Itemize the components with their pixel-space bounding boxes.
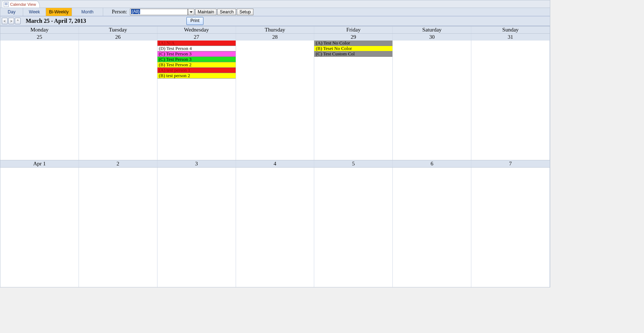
person-dropdown-button[interactable]: [188, 9, 194, 15]
day-cell-26[interactable]: [79, 41, 157, 160]
dow-mon: Monday: [0, 26, 79, 33]
dow-fri: Friday: [314, 26, 393, 33]
dow-sun: Sunday: [471, 26, 550, 33]
maintain-button[interactable]: Maintain: [195, 9, 216, 15]
dow-tue: Tuesday: [79, 26, 157, 33]
week2-date-3: 4: [236, 160, 315, 167]
nav-up-button[interactable]: ^: [15, 18, 21, 24]
week2-body: [0, 168, 550, 287]
print-button[interactable]: Print: [186, 17, 203, 25]
toolbar-views: Day Week Bi-Weekly Month Person: (All) M…: [0, 8, 550, 16]
dow-header-row: Monday Tuesday Wednesday Thursday Friday…: [0, 26, 550, 33]
view-biweekly-button[interactable]: Bi-Weekly: [46, 8, 72, 16]
day-cell-apr5[interactable]: [314, 168, 393, 287]
form-icon: [4, 2, 9, 7]
calendar-event[interactable]: (B) Test Person 2: [157, 62, 236, 68]
calendar-event[interactable]: (C) Test Custom Col: [314, 51, 392, 57]
dow-thu: Thursday: [236, 26, 315, 33]
date-range-label: March 25 - April 7, 2013: [26, 18, 86, 24]
week1-date-6: 31: [471, 34, 550, 41]
week2-date-6: 7: [471, 160, 550, 167]
day-cell-apr6[interactable]: [393, 168, 471, 287]
dow-wed: Wednesday: [157, 26, 236, 33]
week1-date-row: 25 26 27 28 29 30 31: [0, 33, 550, 41]
day-cell-apr2[interactable]: [79, 168, 157, 287]
week1-date-2: 27: [157, 34, 236, 41]
tab-label: Calendar View: [10, 1, 36, 8]
day-cell-30[interactable]: [393, 41, 471, 160]
day-cell-apr1[interactable]: [0, 168, 79, 287]
person-value: (All): [131, 9, 140, 14]
week1-body: (A) N/A(D) Test Person 4(C) Test Person …: [0, 41, 550, 160]
calendar-event[interactable]: (C) Test Person 3: [157, 51, 236, 57]
day-cell-apr7[interactable]: [471, 168, 550, 287]
week2-date-4: 5: [314, 160, 393, 167]
week1-date-5: 30: [393, 34, 471, 41]
calendar-event[interactable]: (B) test person 2: [157, 73, 236, 79]
calendar-event[interactable]: (D) Test Person 4: [157, 46, 236, 51]
calendar-event[interactable]: (C) Test Person 3: [157, 57, 236, 62]
nav-prev-button[interactable]: <: [2, 18, 8, 24]
calendar-event[interactable]: (A) N/A: [157, 41, 236, 46]
day-cell-27[interactable]: (A) N/A(D) Test Person 4(C) Test Person …: [157, 41, 236, 160]
tabstrip: Calendar View: [0, 0, 550, 8]
week1-date-3: 28: [236, 34, 315, 41]
day-cell-28[interactable]: [236, 41, 315, 160]
setup-button[interactable]: Setup: [237, 9, 253, 15]
day-cell-25[interactable]: [0, 41, 79, 160]
day-cell-apr3[interactable]: [157, 168, 236, 287]
events-27: (A) N/A(D) Test Person 4(C) Test Person …: [157, 41, 236, 79]
nav-next-button[interactable]: >: [8, 18, 14, 24]
person-combobox[interactable]: (All): [130, 9, 188, 15]
view-day-button[interactable]: Day: [0, 8, 23, 16]
week2-date-5: 6: [393, 160, 471, 167]
week1-date-1: 26: [79, 34, 157, 41]
dow-sat: Saturday: [393, 26, 471, 33]
day-cell-apr4[interactable]: [236, 168, 315, 287]
tab-calendar-view[interactable]: Calendar View: [2, 1, 40, 8]
calendar-event[interactable]: (A) Test No Color: [314, 41, 392, 46]
day-cell-29[interactable]: (A) Test No Color(B) Teset No Color(C) T…: [314, 41, 393, 160]
search-button[interactable]: Search: [217, 9, 236, 15]
week2-date-0: Apr 1: [0, 160, 79, 167]
week2-date-2: 3: [157, 160, 236, 167]
day-cell-31[interactable]: [471, 41, 550, 160]
view-month-button[interactable]: Month: [72, 8, 103, 16]
view-week-button[interactable]: Week: [23, 8, 46, 16]
calendar-event[interactable]: (A) test person 1: [157, 68, 236, 73]
action-buttons: Maintain Search Setup: [195, 8, 253, 16]
events-29: (A) Test No Color(B) Teset No Color(C) T…: [314, 41, 392, 57]
week1-date-0: 25: [0, 34, 79, 41]
week2-date-row: Apr 1 2 3 4 5 6 7: [0, 160, 550, 168]
person-select: (All): [130, 8, 194, 16]
toolbar-nav: < > ^ March 25 - April 7, 2013 Print: [0, 16, 550, 26]
week1-date-4: 29: [314, 34, 393, 41]
person-label: Person:: [103, 8, 130, 16]
week2-date-1: 2: [79, 160, 157, 167]
calendar-app: Calendar View Day Week Bi-Weekly Month P…: [0, 0, 550, 287]
calendar-event[interactable]: (B) Teset No Color: [314, 46, 392, 51]
